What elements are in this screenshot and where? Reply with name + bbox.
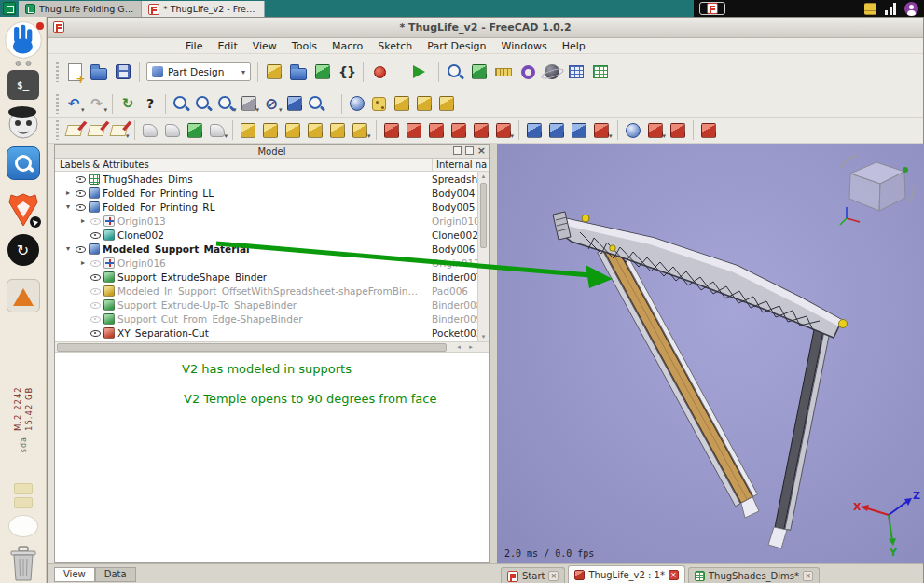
terminal-icon[interactable]: $_ <box>7 70 39 100</box>
search-icon[interactable] <box>443 60 467 84</box>
fillet-icon[interactable] <box>523 119 545 142</box>
toolbar-grip[interactable] <box>56 120 59 140</box>
map-sketch-icon[interactable] <box>107 119 130 142</box>
toolbar-grip[interactable] <box>56 94 59 114</box>
create-part-icon[interactable] <box>262 60 286 84</box>
thickness-icon[interactable] <box>590 119 613 142</box>
panel-header[interactable]: Model × <box>55 145 489 159</box>
zoom-box-icon[interactable] <box>214 92 237 115</box>
fit-all-icon[interactable] <box>170 92 192 115</box>
expander-icon[interactable]: ▸ <box>63 188 73 197</box>
tree-row[interactable]: Support_Cut_From_Edge-ShapeBinder Binder… <box>55 312 477 326</box>
doc-tab-thugshades[interactable]: ThugShades_Dims* × <box>688 567 820 583</box>
float-icon[interactable] <box>465 146 474 155</box>
panel-splitter[interactable] <box>490 144 497 563</box>
tree-row[interactable]: ▾ Folded_For_Printing_RL Body005 <box>55 200 477 214</box>
subtractive-helix-icon[interactable] <box>492 119 515 142</box>
macro-play-icon[interactable] <box>405 60 429 84</box>
window-tab-thuglife[interactable]: * ThugLife_v2 - FreeCA... <box>142 1 265 17</box>
additive-loft-icon[interactable] <box>304 119 326 142</box>
windows-layout-icon[interactable] <box>564 60 588 84</box>
additive-pipe-icon[interactable] <box>326 119 349 142</box>
groove-icon[interactable] <box>425 119 448 142</box>
create-body-icon[interactable] <box>237 119 259 142</box>
scrollbar-thumb[interactable] <box>57 343 447 352</box>
user-icon[interactable] <box>904 2 918 16</box>
3d-viewport[interactable]: X Z Y 2.0 ms / 0.0 fps <box>497 144 924 563</box>
validate-sketch-icon[interactable] <box>139 119 161 142</box>
scroll-left-icon[interactable]: ◂ <box>453 342 464 353</box>
tree-row-selected[interactable]: ▾ Modeled_Support_Material Body006 <box>55 242 477 256</box>
pocket-icon[interactable] <box>380 119 403 142</box>
menu-part-design[interactable]: Part Design <box>420 39 493 53</box>
menu-tools[interactable]: Tools <box>284 39 324 53</box>
tree-row[interactable]: Support_ExtrudeShape_Binder Binder007 <box>55 270 477 284</box>
boolean-icon[interactable] <box>697 119 720 142</box>
whats-this-icon[interactable]: ? <box>139 92 161 115</box>
search-icon[interactable] <box>7 146 40 180</box>
additive-helix-icon[interactable] <box>349 119 371 142</box>
linear-pattern-icon[interactable] <box>644 119 667 142</box>
link-unlink-icon[interactable] <box>435 92 458 115</box>
expander-icon[interactable]: ▾ <box>63 244 73 253</box>
edit-sketch-icon[interactable] <box>85 119 107 142</box>
menu-edit[interactable]: Edit <box>210 39 244 53</box>
tree-row[interactable]: ▸ Origin013 Origin010 <box>55 214 477 228</box>
tab-view[interactable]: View <box>54 567 95 582</box>
scroll-right-icon[interactable]: ▸ <box>465 342 476 353</box>
tab-data[interactable]: Data <box>95 567 136 582</box>
tree-row[interactable]: Clone002 Clone002 <box>55 228 477 242</box>
link-replace-icon[interactable] <box>413 92 435 115</box>
undo-icon[interactable]: ↶ <box>62 92 85 115</box>
workbench-selector[interactable]: Part Design ▾ <box>146 62 251 81</box>
scroll-down-icon[interactable]: ▾ <box>478 333 489 340</box>
warning-triangle-icon[interactable] <box>7 279 40 312</box>
refresh-icon[interactable]: ↻ <box>117 92 139 115</box>
polar-pattern-icon[interactable] <box>667 119 689 142</box>
freecad-tray-icon[interactable] <box>699 2 725 15</box>
pad-icon[interactable] <box>259 119 282 142</box>
redo-icon[interactable]: ↷ <box>86 92 108 115</box>
brave-browser-icon[interactable] <box>5 189 42 229</box>
menu-file[interactable]: File <box>178 39 210 53</box>
subtractive-pipe-icon[interactable] <box>470 119 492 142</box>
tree-row[interactable]: ▸ Origin016 Origin012 <box>55 256 477 270</box>
mirrored-icon[interactable] <box>622 119 644 142</box>
appearance-icon[interactable] <box>346 92 368 115</box>
mime-face-icon[interactable] <box>6 104 41 141</box>
app-launcher-icon[interactable] <box>3 2 16 15</box>
undock-icon[interactable] <box>453 146 462 155</box>
vertical-scrollbar[interactable]: ▴ ▾ <box>477 172 489 341</box>
chart-icon[interactable] <box>885 3 896 15</box>
web-browser-icon[interactable] <box>540 60 564 84</box>
expander-icon[interactable]: ▾ <box>63 202 73 211</box>
expander-icon[interactable]: ▸ <box>78 258 88 267</box>
close-icon[interactable]: × <box>477 146 486 155</box>
doc-tab-thuglife[interactable]: ThugLife_v2 : 1* × <box>568 565 685 583</box>
addon-manager-icon[interactable] <box>516 60 540 84</box>
make-link-icon[interactable] <box>310 60 335 84</box>
title-bar[interactable]: * ThugLife_v2 - FreeCAD 1.0.2 <box>48 18 923 38</box>
horizontal-scrollbar[interactable]: ◂ ▸ <box>55 341 489 353</box>
menu-help[interactable]: Help <box>555 39 593 53</box>
measure-icon[interactable] <box>491 60 516 84</box>
dependency-graph-icon[interactable] <box>467 60 491 84</box>
close-icon[interactable]: × <box>548 571 559 581</box>
subtractive-loft-icon[interactable] <box>448 119 470 142</box>
merge-sketch-icon[interactable] <box>161 119 184 142</box>
expander-icon[interactable]: ▸ <box>78 216 88 225</box>
axonometric-view-icon[interactable] <box>238 92 260 115</box>
macro-record-icon[interactable] <box>367 60 392 84</box>
menu-sketch[interactable]: Sketch <box>370 39 420 53</box>
revolution-icon[interactable] <box>282 119 304 142</box>
tree-row[interactable]: Support_Extrude-Up-To_ShapeBinder Binder… <box>55 298 477 312</box>
toolbar-grip[interactable] <box>56 62 59 82</box>
tree-row[interactable]: Modeled_In_Support_OffsetWithSpreadsheet… <box>55 284 477 298</box>
chamfer-icon[interactable] <box>545 119 568 142</box>
save-icon[interactable] <box>111 60 135 84</box>
menu-macro[interactable]: Macro <box>324 39 370 53</box>
clip-plane-icon[interactable] <box>306 92 328 115</box>
new-file-icon[interactable] <box>62 60 87 84</box>
tree-column-header[interactable]: Labels & Attributes Internal na <box>55 159 489 172</box>
tree-row[interactable]: XY_Separation-Cut Pocket003 <box>55 326 477 340</box>
